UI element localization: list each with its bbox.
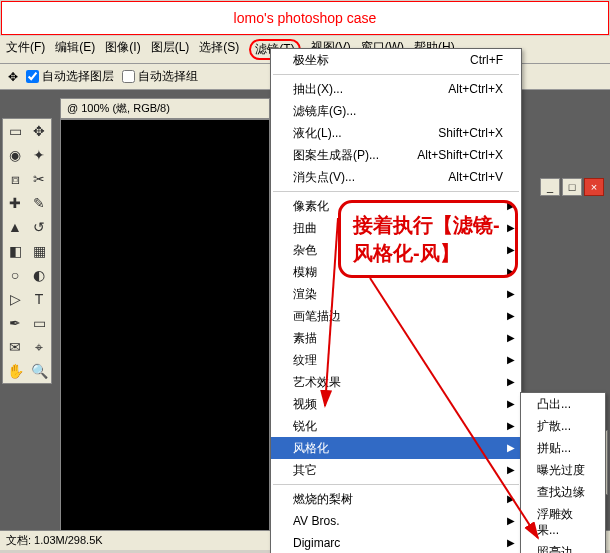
stylize-submenu: 凸出...扩散...拼贴...曝光过度查找边缘浮雕效果...照亮边缘...等高线…	[520, 392, 606, 553]
filter-category[interactable]: 锐化▶	[271, 415, 521, 437]
lasso-tool[interactable]: ◉	[3, 143, 27, 167]
filter-last-label: 极坐标	[293, 52, 329, 68]
close-button[interactable]: ×	[584, 178, 604, 196]
menu-separator	[273, 191, 519, 192]
maximize-button[interactable]: □	[562, 178, 582, 196]
menu-image[interactable]: 图像(I)	[105, 39, 140, 60]
filter-category[interactable]: 其它▶	[271, 459, 521, 481]
path-tool[interactable]: ▷	[3, 287, 27, 311]
move-tool-icon: ✥	[8, 70, 18, 84]
auto-select-group-label: 自动选择组	[138, 68, 198, 85]
dodge-tool[interactable]: ◐	[27, 263, 51, 287]
wand-tool[interactable]: ✦	[27, 143, 51, 167]
stamp-tool[interactable]: ▲	[3, 215, 27, 239]
submenu-arrow-icon: ▶	[507, 396, 515, 412]
type-tool[interactable]: T	[27, 287, 51, 311]
submenu-arrow-icon: ▶	[507, 535, 515, 551]
stylize-item[interactable]: 曝光过度	[521, 459, 605, 481]
auto-select-group[interactable]: 自动选择组	[122, 68, 198, 85]
menu-separator	[273, 74, 519, 75]
gradient-tool[interactable]: ▦	[27, 239, 51, 263]
document-window: @ 100% (燃, RGB/8)	[60, 98, 270, 549]
stylize-item[interactable]: 凸出...	[521, 393, 605, 415]
filter-category[interactable]: 画笔描边▶	[271, 305, 521, 327]
filter-category[interactable]: 艺术效果▶	[271, 371, 521, 393]
notes-tool[interactable]: ✉	[3, 335, 27, 359]
history-brush-tool[interactable]: ↺	[27, 215, 51, 239]
blur-tool[interactable]: ○	[3, 263, 27, 287]
stylize-item[interactable]: 查找边缘	[521, 481, 605, 503]
stylize-item[interactable]: 拼贴...	[521, 437, 605, 459]
menu-select[interactable]: 选择(S)	[199, 39, 239, 60]
submenu-arrow-icon: ▶	[507, 513, 515, 529]
filter-item[interactable]: 滤镜库(G)...	[271, 100, 521, 122]
submenu-arrow-icon: ▶	[507, 286, 515, 302]
filter-category[interactable]: 纹理▶	[271, 349, 521, 371]
heal-tool[interactable]: ✚	[3, 191, 27, 215]
filter-category[interactable]: 渲染▶	[271, 283, 521, 305]
shape-tool[interactable]: ▭	[27, 311, 51, 335]
filter-item[interactable]: 消失点(V)...Alt+Ctrl+V	[271, 166, 521, 188]
filter-plugin[interactable]: Digimarc▶	[271, 532, 521, 553]
auto-select-layer-label: 自动选择图层	[42, 68, 114, 85]
submenu-arrow-icon: ▶	[507, 308, 515, 324]
submenu-arrow-icon: ▶	[507, 352, 515, 368]
eraser-tool[interactable]: ◧	[3, 239, 27, 263]
brush-tool[interactable]: ✎	[27, 191, 51, 215]
stylize-item[interactable]: 扩散...	[521, 415, 605, 437]
submenu-arrow-icon: ▶	[507, 418, 515, 434]
zoom-tool[interactable]: 🔍	[27, 359, 51, 383]
annotation-callout: 接着执行【滤镜-风格化-风】	[338, 200, 518, 278]
filter-last-shortcut: Ctrl+F	[470, 52, 503, 68]
minimize-button[interactable]: _	[540, 178, 560, 196]
stylize-item[interactable]: 浮雕效果...	[521, 503, 605, 541]
menu-separator	[273, 484, 519, 485]
submenu-arrow-icon: ▶	[507, 491, 515, 507]
filter-plugin[interactable]: AV Bros.▶	[271, 510, 521, 532]
menu-file[interactable]: 文件(F)	[6, 39, 45, 60]
slice-tool[interactable]: ✂	[27, 167, 51, 191]
filter-last[interactable]: 极坐标 Ctrl+F	[271, 49, 521, 71]
submenu-arrow-icon: ▶	[507, 374, 515, 390]
document-title: @ 100% (燃, RGB/8)	[60, 98, 270, 119]
filter-item[interactable]: 图案生成器(P)...Alt+Shift+Ctrl+X	[271, 144, 521, 166]
auto-select-layer-checkbox[interactable]	[26, 70, 39, 83]
submenu-arrow-icon: ▶	[507, 462, 515, 478]
submenu-arrow-icon: ▶	[507, 440, 515, 456]
window-controls: _ □ ×	[540, 178, 604, 196]
hand-tool[interactable]: ✋	[3, 359, 27, 383]
crop-tool[interactable]: ⧈	[3, 167, 27, 191]
menu-edit[interactable]: 编辑(E)	[55, 39, 95, 60]
auto-select-layer[interactable]: 自动选择图层	[26, 68, 114, 85]
filter-category[interactable]: 视频▶	[271, 393, 521, 415]
pen-tool[interactable]: ✒	[3, 311, 27, 335]
filter-category[interactable]: 素描▶	[271, 327, 521, 349]
marquee-tool[interactable]: ▭	[3, 119, 27, 143]
auto-select-group-checkbox[interactable]	[122, 70, 135, 83]
toolbox: ▭ ✥ ◉ ✦ ⧈ ✂ ✚ ✎ ▲ ↺ ◧ ▦ ○ ◐ ▷ T ✒ ▭ ✉ ⌖ …	[2, 118, 52, 384]
filter-stylize[interactable]: 风格化▶	[271, 437, 521, 459]
canvas[interactable]	[60, 119, 270, 549]
filter-plugin[interactable]: 燃烧的梨树▶	[271, 488, 521, 510]
title-banner: lomo's photoshop case	[1, 1, 609, 35]
eyedropper-tool[interactable]: ⌖	[27, 335, 51, 359]
filter-item[interactable]: 抽出(X)...Alt+Ctrl+X	[271, 78, 521, 100]
menu-layer[interactable]: 图层(L)	[151, 39, 190, 60]
filter-item[interactable]: 液化(L)...Shift+Ctrl+X	[271, 122, 521, 144]
filter-menu: 极坐标 Ctrl+F 抽出(X)...Alt+Ctrl+X滤镜库(G)...液化…	[270, 48, 522, 553]
stylize-item[interactable]: 照亮边缘...	[521, 541, 605, 553]
move-tool[interactable]: ✥	[27, 119, 51, 143]
submenu-arrow-icon: ▶	[507, 330, 515, 346]
